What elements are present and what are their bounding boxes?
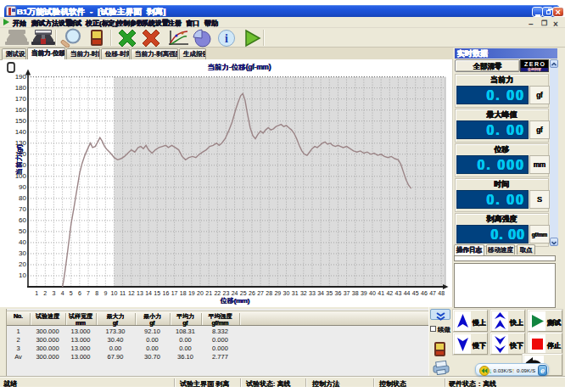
svg-text:22: 22 (214, 290, 221, 296)
svg-text:13: 13 (137, 290, 143, 296)
svg-text:140: 140 (15, 128, 27, 136)
svg-text:50: 50 (19, 227, 26, 235)
svg-text:16: 16 (163, 290, 170, 296)
svg-text:i: i (225, 32, 228, 45)
svg-text:4: 4 (61, 290, 64, 296)
svg-text:31: 31 (292, 290, 299, 296)
svg-text:35: 35 (326, 290, 333, 296)
svg-text:6: 6 (78, 290, 81, 296)
svg-text:70: 70 (19, 205, 26, 213)
svg-text:25: 25 (240, 290, 247, 296)
svg-text:46: 46 (421, 290, 428, 296)
svg-text:20: 20 (197, 290, 204, 296)
svg-text:33: 33 (309, 290, 316, 296)
svg-text:60: 60 (19, 216, 26, 224)
svg-text:43: 43 (395, 290, 402, 296)
svg-text:170: 170 (15, 95, 27, 103)
svg-text:80: 80 (19, 194, 26, 202)
svg-text:3: 3 (52, 290, 55, 296)
svg-text:48: 48 (438, 290, 445, 296)
svg-text:45: 45 (412, 290, 419, 296)
svg-text:44: 44 (404, 290, 411, 296)
svg-text:27: 27 (257, 290, 264, 296)
svg-text:40: 40 (369, 290, 376, 296)
svg-text:14: 14 (145, 290, 152, 296)
svg-text:7: 7 (87, 290, 90, 296)
svg-text:8: 8 (95, 290, 98, 296)
svg-text:24: 24 (232, 290, 238, 296)
svg-text:5: 5 (70, 290, 73, 296)
svg-text:29: 29 (274, 290, 281, 296)
svg-text:38: 38 (352, 290, 359, 296)
svg-text:41: 41 (378, 290, 384, 296)
svg-text:21: 21 (205, 290, 212, 296)
svg-text:180: 180 (15, 84, 27, 92)
svg-text:47: 47 (429, 290, 436, 296)
svg-text:42: 42 (386, 290, 393, 296)
svg-text:90: 90 (19, 183, 26, 191)
svg-text:190: 190 (15, 73, 27, 81)
svg-text:10: 10 (111, 290, 118, 296)
svg-text:36: 36 (335, 290, 342, 296)
svg-text:1: 1 (35, 290, 38, 296)
svg-text:30: 30 (19, 249, 26, 257)
svg-text:20: 20 (19, 260, 26, 268)
svg-text:当前力-位移(gf-mm): 当前力-位移(gf-mm) (207, 63, 271, 71)
svg-text:23: 23 (223, 290, 230, 296)
svg-text:39: 39 (361, 290, 367, 296)
svg-text:当前力(gf): 当前力(gf) (15, 144, 23, 175)
svg-text:150: 150 (15, 117, 27, 125)
svg-text:26: 26 (249, 290, 255, 296)
svg-text:28: 28 (266, 290, 272, 296)
svg-text:160: 160 (15, 106, 27, 114)
svg-text:18: 18 (180, 290, 187, 296)
svg-text:32: 32 (300, 290, 307, 296)
svg-text:37: 37 (344, 290, 350, 296)
svg-text:19: 19 (188, 290, 195, 296)
svg-text:12: 12 (128, 290, 135, 296)
svg-text:11: 11 (120, 290, 126, 296)
svg-text:30: 30 (283, 290, 290, 296)
svg-text:位移(mm): 位移(mm) (221, 297, 250, 305)
svg-text:15: 15 (154, 290, 160, 296)
svg-text:10: 10 (19, 272, 26, 279)
svg-text:34: 34 (317, 290, 324, 296)
svg-text:2: 2 (43, 290, 47, 296)
svg-text:40: 40 (19, 238, 26, 246)
svg-text:17: 17 (171, 290, 178, 296)
svg-text:9: 9 (103, 290, 107, 296)
